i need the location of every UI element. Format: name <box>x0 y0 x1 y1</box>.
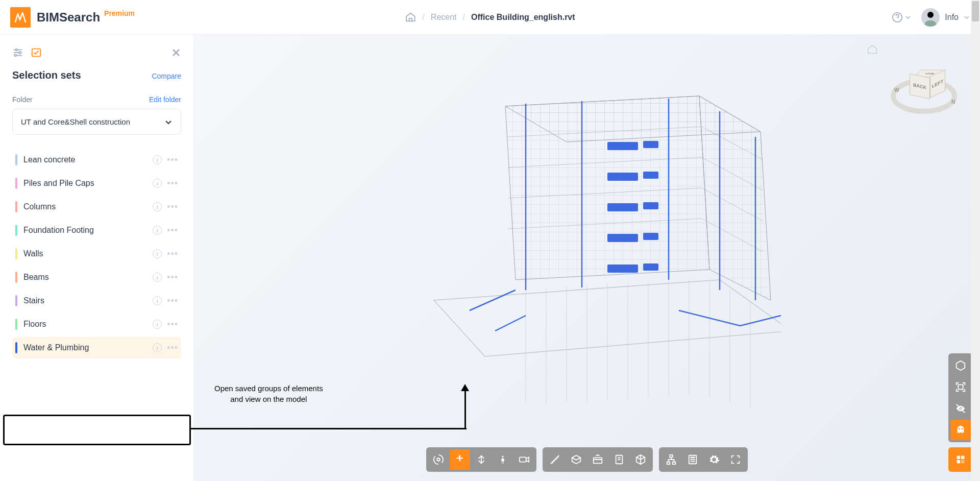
isolate-tool <box>948 447 973 472</box>
set-name: Lean concrete <box>23 155 153 164</box>
user-label: Info <box>945 13 959 22</box>
model-browser-icon[interactable] <box>609 449 629 470</box>
properties-icon[interactable] <box>682 449 703 470</box>
more-icon[interactable]: ••• <box>167 225 178 236</box>
set-item[interactable]: Lean concrete i ••• <box>12 149 181 171</box>
more-icon[interactable]: ••• <box>167 155 178 165</box>
more-icon[interactable]: ••• <box>167 319 178 330</box>
close-icon[interactable] <box>171 47 181 58</box>
orbit-icon[interactable] <box>428 449 449 470</box>
set-item[interactable]: Floors i ••• <box>12 314 181 335</box>
more-icon[interactable]: ••• <box>167 178 178 189</box>
set-color-bar <box>15 178 17 189</box>
folder-label: Folder <box>12 95 33 104</box>
explode-icon[interactable] <box>587 449 608 470</box>
cube-back[interactable]: BACK <box>910 74 930 100</box>
view-cube[interactable]: W N TOP BACK LEFT <box>888 55 960 127</box>
more-icon[interactable]: ••• <box>167 296 178 306</box>
fit-icon[interactable] <box>950 377 971 397</box>
set-item[interactable]: Columns i ••• <box>12 196 181 218</box>
more-icon[interactable]: ••• <box>167 343 178 353</box>
cube-icon[interactable] <box>630 449 651 470</box>
svg-rect-34 <box>643 141 658 148</box>
visibility-tools <box>948 353 973 442</box>
svg-rect-59 <box>957 456 960 459</box>
more-icon[interactable]: ••• <box>167 272 178 283</box>
svg-rect-62 <box>961 460 964 463</box>
app-header: BIMSearch Premium / Recent / Office Buil… <box>0 0 980 35</box>
info-icon[interactable]: i <box>153 273 162 282</box>
info-icon[interactable]: i <box>153 226 162 235</box>
user-menu[interactable]: Info <box>921 8 970 27</box>
more-icon[interactable]: ••• <box>167 202 178 212</box>
set-name: Stairs <box>23 296 153 305</box>
walk-icon[interactable] <box>493 449 513 470</box>
avatar <box>921 8 940 27</box>
model-3d[interactable] <box>393 76 781 423</box>
set-color-bar <box>15 248 17 259</box>
home-icon[interactable] <box>405 12 416 23</box>
set-actions: i ••• <box>153 155 178 165</box>
ghost-icon[interactable] <box>950 420 971 440</box>
box-icon[interactable] <box>950 355 971 376</box>
svg-rect-52 <box>673 462 676 465</box>
set-item[interactable]: Foundation Footing i ••• <box>12 220 181 241</box>
scrollbar[interactable] <box>971 0 980 481</box>
set-item[interactable]: Piles and Pile Caps i ••• <box>12 173 181 194</box>
breadcrumb-current: Office Building_english.rvt <box>471 13 575 22</box>
help-button[interactable] <box>892 12 911 23</box>
breadcrumb-recent[interactable]: Recent <box>431 13 457 22</box>
set-color-bar <box>15 225 17 236</box>
pan-icon[interactable] <box>450 449 470 470</box>
set-actions: i ••• <box>153 225 178 236</box>
info-icon[interactable]: i <box>153 343 162 352</box>
set-color-bar <box>15 201 17 212</box>
measure-icon[interactable] <box>545 449 565 470</box>
info-icon[interactable]: i <box>153 202 162 211</box>
chevron-down-icon <box>905 14 911 20</box>
filters-icon[interactable] <box>12 47 23 58</box>
edit-folder-link[interactable]: Edit folder <box>149 95 181 104</box>
set-color-bar <box>15 154 17 165</box>
set-name: Beams <box>23 273 153 282</box>
more-icon[interactable]: ••• <box>167 249 178 259</box>
set-item[interactable]: Water & Plumbing i ••• <box>12 337 181 358</box>
sidebar: Selection sets Compare Folder Edit folde… <box>0 35 194 481</box>
section-icon[interactable] <box>566 449 586 470</box>
folder-select[interactable]: UT and Core&Shell construction <box>12 109 181 135</box>
set-item[interactable]: Stairs i ••• <box>12 290 181 311</box>
fullscreen-icon[interactable] <box>725 449 746 470</box>
set-item[interactable]: Beams i ••• <box>12 267 181 288</box>
panel-title-row: Selection sets Compare <box>12 69 181 81</box>
settings-icon[interactable] <box>704 449 724 470</box>
set-name: Floors <box>23 320 153 329</box>
camera-icon[interactable] <box>514 449 534 470</box>
nav-tools <box>426 447 536 472</box>
svg-rect-33 <box>607 142 638 150</box>
set-actions: i ••• <box>153 249 178 259</box>
compare-link[interactable]: Compare <box>152 72 181 80</box>
zoom-icon[interactable] <box>471 449 492 470</box>
svg-rect-41 <box>607 264 638 273</box>
viewer-toolbar <box>426 447 748 472</box>
selection-sets-icon[interactable] <box>31 47 42 58</box>
info-icon[interactable]: i <box>153 179 162 188</box>
info-icon[interactable]: i <box>153 249 162 258</box>
tree-icon[interactable] <box>661 449 681 470</box>
viewport-3d[interactable]: W N TOP BACK LEFT <box>194 35 980 481</box>
hide-icon[interactable] <box>950 398 971 419</box>
isolate-icon[interactable] <box>950 449 971 470</box>
svg-text:N: N <box>951 99 955 105</box>
svg-rect-40 <box>643 233 658 240</box>
measure-tools <box>543 447 653 472</box>
breadcrumb-sep: / <box>463 13 465 22</box>
info-icon[interactable]: i <box>153 155 162 164</box>
home-view-icon[interactable] <box>867 44 878 55</box>
header-right: Info <box>892 8 970 27</box>
cube-3d[interactable]: TOP BACK LEFT <box>910 70 939 100</box>
set-item[interactable]: Walls i ••• <box>12 243 181 264</box>
svg-rect-38 <box>643 202 658 209</box>
set-actions: i ••• <box>153 343 178 353</box>
info-icon[interactable]: i <box>153 296 162 305</box>
info-icon[interactable]: i <box>153 320 162 329</box>
